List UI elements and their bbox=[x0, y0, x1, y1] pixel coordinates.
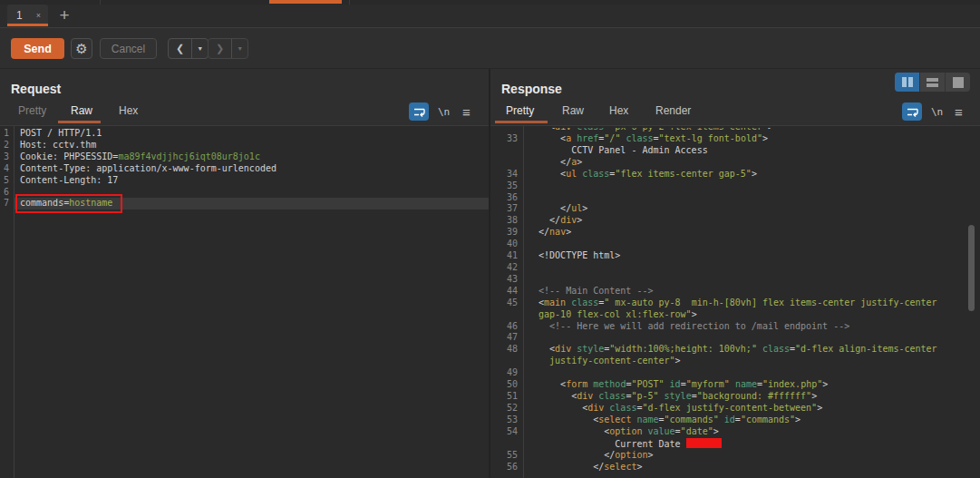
tab-label: 1 bbox=[16, 9, 23, 22]
forward-dropdown-caret-icon[interactable]: ▼ bbox=[237, 45, 243, 52]
code-line: 41 <!DOCTYPE html> bbox=[490, 250, 980, 262]
code-line: 48 <div style="width:100%;height: 100vh;… bbox=[490, 344, 980, 356]
request-view-tabs: Pretty Raw Hex \n ≡ bbox=[0, 102, 489, 125]
columns-icon bbox=[902, 77, 907, 87]
add-tab-button[interactable]: + bbox=[54, 5, 74, 25]
code-line: 42 bbox=[490, 262, 980, 274]
layout-selector bbox=[895, 73, 970, 92]
code-line: 49 bbox=[490, 367, 980, 379]
single-pane-icon bbox=[953, 77, 964, 88]
repeater-toolbar: Send ⚙ Cancel ❮ ▼ ❯ ▼ bbox=[0, 28, 980, 69]
code-line: 33 <a href="/" class="text-lg font-bold"… bbox=[490, 133, 980, 145]
request-panel-title: Request bbox=[11, 82, 61, 96]
code-line: </a> bbox=[490, 157, 980, 169]
annotation-box bbox=[15, 194, 122, 213]
code-line: 43 bbox=[490, 274, 980, 286]
code-line: 36 bbox=[490, 192, 980, 204]
response-view-tabs: Pretty Raw Hex Render \n ≡ bbox=[490, 102, 980, 125]
response-panel: Response Pretty Raw Hex Render bbox=[490, 69, 980, 478]
code-line: 39 </nav> bbox=[490, 227, 980, 239]
tab-pretty[interactable]: Pretty bbox=[18, 104, 46, 117]
repeater-tab-1[interactable]: 1 × bbox=[7, 5, 48, 26]
request-editor[interactable]: 1POST / HTTP/1.12Host: cctv.thm3Cookie: … bbox=[0, 125, 489, 478]
code-line: 3Cookie: PHPSESSID=ma89f4vdjjhcj6iqt08ur… bbox=[0, 151, 489, 163]
columns-icon bbox=[908, 77, 913, 87]
tab-hex[interactable]: Hex bbox=[609, 104, 628, 117]
newline-toggle-icon[interactable]: \n bbox=[931, 106, 943, 118]
redaction-box bbox=[686, 438, 722, 448]
code-line: 5Content-Length: 17 bbox=[0, 175, 489, 187]
burp-repeater-window: 1 × + Send ⚙ Cancel ❮ ▼ ❯ ▼ Request Pret… bbox=[0, 0, 980, 478]
code-line: 56 </select> bbox=[490, 462, 980, 473]
code-line: 44 <!-- Main Content --> bbox=[490, 286, 980, 298]
tab-raw[interactable]: Raw bbox=[71, 104, 92, 117]
word-wrap-toggle-icon[interactable] bbox=[409, 102, 429, 121]
scrollbar-thumb[interactable] bbox=[968, 225, 975, 311]
code-line: gap-10 flex-col xl:flex-row"> bbox=[490, 309, 980, 321]
code-line: 1POST / HTTP/1.1 bbox=[0, 128, 489, 140]
request-panel: Request Pretty Raw Hex \n ≡ 1POST / HTTP… bbox=[0, 69, 489, 478]
code-line: 35 bbox=[490, 180, 980, 192]
forward-icon: ❯ bbox=[216, 43, 224, 54]
repeater-tabbar: 1 × + bbox=[0, 5, 980, 28]
code-line: 52 <div class="d-flex justify-content-be… bbox=[490, 403, 980, 415]
cancel-button[interactable]: Cancel bbox=[100, 38, 157, 59]
code-line: CCTV Panel - Admin Access bbox=[490, 145, 980, 157]
tab-hex[interactable]: Hex bbox=[119, 104, 138, 117]
back-icon: ❮ bbox=[176, 43, 184, 54]
response-editor: <div class="px-6 py-2 flex items-center"… bbox=[490, 125, 980, 478]
code-line: 34 <ul class="flex items-center gap-5"> bbox=[490, 169, 980, 180]
word-wrap-toggle-icon[interactable] bbox=[902, 102, 922, 121]
code-line: 54 <option value="date"> bbox=[490, 426, 980, 438]
newline-toggle-icon[interactable]: \n bbox=[438, 106, 450, 118]
tab-render[interactable]: Render bbox=[655, 104, 691, 117]
code-line: 46 <!-- Here we will add redirection to … bbox=[490, 321, 980, 333]
history-back-button[interactable]: ❮ ▼ bbox=[168, 38, 209, 59]
back-dropdown-caret-icon[interactable]: ▼ bbox=[197, 45, 203, 52]
code-line: 47 bbox=[490, 332, 980, 344]
code-line: 40 bbox=[490, 239, 980, 250]
code-line: 4Content-Type: application/x-www-form-ur… bbox=[0, 163, 489, 175]
response-panel-title: Response bbox=[501, 82, 562, 96]
code-line: 55 </option> bbox=[490, 450, 980, 462]
rows-icon bbox=[927, 78, 938, 87]
request-code: 1POST / HTTP/1.12Host: cctv.thm3Cookie: … bbox=[0, 126, 489, 210]
editor-menu-icon[interactable]: ≡ bbox=[955, 104, 962, 120]
code-line: Current Date bbox=[490, 438, 980, 451]
active-view-tab-underline bbox=[58, 121, 101, 123]
active-main-tab-underline bbox=[269, 0, 342, 4]
code-line: 53 <select name="commands" id="commands"… bbox=[490, 415, 980, 426]
code-line: 37 </ul> bbox=[490, 203, 980, 215]
code-line: 50 <form method="POST" id="myform" name=… bbox=[490, 379, 980, 391]
code-line: 45 <main class=" mx-auto py-8 min-h-[80v… bbox=[490, 298, 980, 309]
settings-gear-icon[interactable]: ⚙ bbox=[71, 38, 92, 59]
response-code: <div class="px-6 py-2 flex items-center"… bbox=[490, 126, 980, 473]
tab-pretty[interactable]: Pretty bbox=[506, 104, 534, 117]
layout-single-button[interactable] bbox=[945, 73, 970, 92]
code-line: 38 </div> bbox=[490, 215, 980, 227]
active-tab-underline bbox=[7, 24, 48, 26]
layout-rows-button[interactable] bbox=[919, 73, 945, 92]
active-view-tab-underline bbox=[495, 121, 548, 123]
code-line: 51 <div class="p-5" style="background: #… bbox=[490, 391, 980, 403]
wrap-glyph bbox=[412, 106, 426, 118]
tab-raw[interactable]: Raw bbox=[562, 104, 584, 117]
close-tab-icon[interactable]: × bbox=[36, 11, 41, 20]
history-forward-button[interactable]: ❯ ▼ bbox=[208, 38, 248, 59]
send-button[interactable]: Send bbox=[11, 38, 64, 59]
code-line: justify-content-center"> bbox=[490, 356, 980, 367]
editor-menu-icon[interactable]: ≡ bbox=[462, 104, 470, 120]
layout-columns-button[interactable] bbox=[895, 73, 919, 92]
code-line: 2Host: cctv.thm bbox=[0, 140, 489, 151]
wrap-glyph bbox=[906, 106, 919, 118]
